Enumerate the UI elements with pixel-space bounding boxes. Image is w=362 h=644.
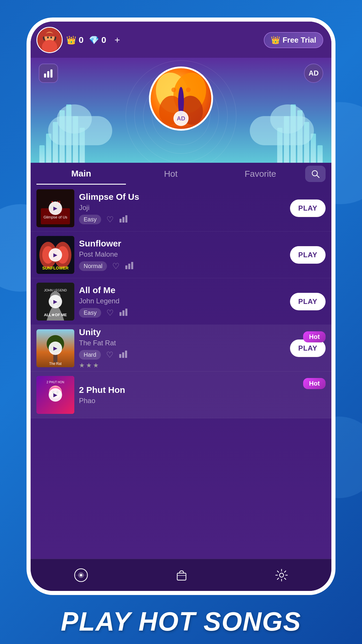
avatar[interactable] [36,27,63,53]
bottom-text: PLAY HOT SONGS [61,607,301,637]
song-thumbnail: 2 PHUT HON ▶ [36,376,74,414]
play-small-button[interactable]: ▶ [49,342,62,355]
song-info: 2 Phut Hon Phao [74,385,326,405]
svg-point-2 [42,40,57,53]
song-info: Unity The Fat Rat Hard ♡ ★ ★ [74,327,290,369]
play-small-button[interactable]: ▶ [49,388,62,402]
svg-text:Glimpse of Us: Glimpse of Us [43,215,67,219]
star-3: ★ [93,362,99,369]
visualizer-area: AD [31,58,331,163]
svg-rect-56 [177,573,186,580]
tab-favorite[interactable]: Favorite [216,164,305,184]
hot-badge: Hot [303,331,326,342]
play-button[interactable]: PLAY [290,293,326,310]
stars: ★ ★ ★ [79,362,285,369]
chart-icon[interactable] [119,350,128,360]
star-2: ★ [86,362,92,369]
song-title: Sunflower [79,239,285,249]
svg-point-3 [47,36,49,38]
tab-hot[interactable]: Hot [126,164,215,184]
heart-icon[interactable]: ♡ [106,215,114,224]
heart-icon[interactable]: ♡ [106,308,114,318]
song-thumbnail: SUNFLOWER ▶ [36,236,74,274]
play-small-button[interactable]: ▶ [49,248,62,262]
chart-icon[interactable] [119,215,128,225]
cloud-right [250,116,314,145]
add-currency-button[interactable]: + [111,34,123,46]
phone-frame: 👑 0 💎 0 + 👑 Free Trial AD [27,18,335,595]
play-small-button[interactable]: ▶ [49,202,62,215]
song-meta: Normal ♡ [79,261,285,271]
svg-rect-46 [125,351,127,358]
svg-point-14 [186,88,191,92]
crown-icon-trial: 👑 [271,36,280,45]
difficulty-badge: Hard [79,350,101,360]
nav-music[interactable] [74,568,88,582]
song-artist: Phao [79,397,321,405]
cloud-left [48,116,112,145]
svg-point-58 [280,573,284,577]
svg-rect-45 [122,352,124,358]
svg-text:2 PHUT HON: 2 PHUT HON [47,381,64,384]
ad-label: AD [309,69,319,77]
svg-rect-6 [47,71,49,78]
song-item[interactable]: JOHN LEGEND ALL★OF ME ▶ All of Me John L… [31,278,331,325]
play-button[interactable]: PLAY [290,200,326,217]
gem-group: 💎 0 [89,35,106,45]
song-meta: Hard ♡ [79,350,285,360]
heart-icon[interactable]: ♡ [106,350,113,360]
difficulty-badge: Normal [79,261,107,271]
song-artist: Joji [79,204,285,212]
gem-icon: 💎 [89,35,99,45]
svg-rect-23 [125,215,127,223]
ad-button[interactable]: AD [304,64,323,83]
song-title: Glimpse Of Us [79,192,285,202]
free-trial-button[interactable]: 👑 Free Trial [264,32,323,48]
chart-icon[interactable] [119,308,128,318]
svg-point-13 [171,88,176,92]
nav-settings[interactable] [275,568,288,582]
svg-rect-37 [120,312,122,316]
svg-rect-7 [50,69,52,78]
svg-rect-44 [119,354,121,358]
chart-icon[interactable] [125,261,134,271]
nav-shop[interactable] [175,568,188,582]
coin-group: 👑 0 [66,35,84,45]
album-ad-overlay: AD [173,111,189,126]
search-tab[interactable] [305,166,326,182]
heart-icon[interactable]: ♡ [112,261,120,271]
song-item[interactable]: SUNFLOWER ▶ Sunflower Post Malone Normal… [31,232,331,278]
svg-rect-21 [120,219,122,223]
album-art-inner: AD [151,68,211,129]
gem-value: 0 [101,35,106,45]
song-thumbnail: The Rat ▶ [36,329,74,367]
svg-text:ALL★OF ME: ALL★OF ME [44,313,67,317]
star-1: ★ [79,362,85,369]
song-thumbnail: Joji Glimpse of Us ▶ [36,189,74,227]
song-title: Unity [79,327,285,337]
song-title: 2 Phut Hon [79,385,321,395]
svg-point-4 [50,36,52,38]
svg-rect-32 [131,262,133,269]
crown-icon: 👑 [66,35,76,45]
svg-rect-31 [128,264,130,269]
stats-button[interactable] [39,64,58,83]
song-list: Joji Glimpse of Us ▶ Glimpse Of Us Joji … [31,185,331,559]
song-info: All of Me John Legend Easy ♡ [74,285,290,318]
song-artist: Post Malone [79,250,285,258]
bottom-nav [31,559,331,591]
song-item[interactable]: 2 PHUT HON ▶ 2 Phut Hon Phao Hot [31,372,331,418]
song-info: Sunflower Post Malone Normal ♡ [74,239,290,271]
hot-badge: Hot [303,378,326,389]
song-item[interactable]: Joji Glimpse of Us ▶ Glimpse Of Us Joji … [31,185,331,232]
album-art[interactable]: AD [149,66,213,131]
song-info: Glimpse Of Us Joji Easy ♡ [74,192,290,225]
tab-main[interactable]: Main [36,163,126,185]
song-item[interactable]: The Rat ▶ Unity The Fat Rat Hard ♡ [31,325,331,372]
play-button[interactable]: PLAY [290,246,326,264]
coin-value: 0 [79,35,84,45]
play-small-button[interactable]: ▶ [49,295,62,308]
song-artist: John Legend [79,297,285,305]
avatar-image [37,28,62,52]
svg-text:The Rat: The Rat [49,362,62,366]
